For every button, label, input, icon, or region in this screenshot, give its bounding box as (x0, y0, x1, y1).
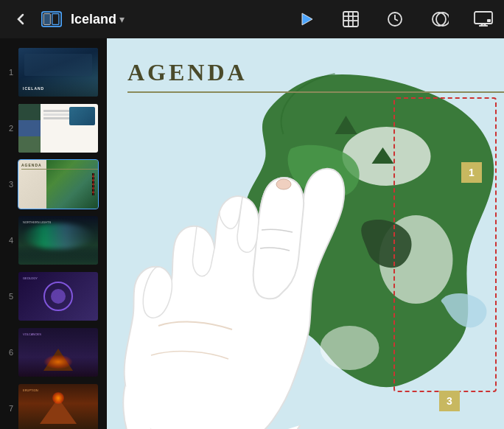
slide-number-6: 6 (4, 348, 13, 357)
main-content: AGENDA 1 3 (107, 38, 504, 429)
slide-item-5[interactable]: 5 GEOLOGY (0, 268, 107, 324)
slide-thumb-2[interactable] (18, 103, 99, 153)
slide-thumb-4[interactable]: NORTHERN LIGHTS (18, 215, 99, 265)
agenda-divider (127, 91, 504, 93)
current-slide[interactable]: AGENDA 1 3 (107, 38, 504, 429)
diagram-inner (51, 289, 66, 304)
volcano-shape-7 (40, 398, 77, 424)
slide2-content (41, 104, 98, 153)
toolbar: Iceland ▾ (0, 0, 504, 38)
display-icon[interactable] (472, 7, 495, 31)
slide-item-4[interactable]: 4 NORTHERN LIGHTS (0, 212, 107, 268)
slide-number-2: 2 (4, 124, 13, 133)
slide-number-4: 4 (4, 236, 13, 245)
slide-thumb-1[interactable]: ICELAND (18, 47, 99, 97)
slide-panel: 1 ICELAND 2 (0, 38, 107, 429)
layers-icon[interactable] (427, 7, 451, 31)
svg-rect-14 (487, 19, 491, 22)
slide6-text: VOLCANOES (23, 332, 41, 337)
svg-rect-2 (52, 14, 59, 25)
play-button[interactable] (295, 7, 318, 31)
aurora-effect (22, 223, 94, 249)
toolbar-right (295, 7, 495, 31)
slide-number-5: 5 (4, 292, 13, 301)
volcano-glow-6 (43, 355, 73, 369)
chevron-down-icon: ▾ (119, 13, 125, 25)
svg-rect-1 (43, 14, 50, 25)
svg-rect-4 (343, 12, 358, 27)
svg-point-11 (436, 13, 449, 26)
map-badge-3: 3 (439, 391, 460, 411)
agenda-header: AGENDA (127, 59, 248, 86)
slide-number-1: 1 (4, 68, 13, 77)
svg-point-10 (433, 13, 446, 26)
slide7-text: ERUPTION (23, 388, 38, 393)
slide-item-7[interactable]: 7 ERUPTION (0, 380, 107, 429)
slide-number-3: 3 (4, 180, 13, 189)
slide-item-1[interactable]: 1 ICELAND (0, 44, 107, 100)
table-icon[interactable] (339, 7, 363, 31)
slide-item-2[interactable]: 2 (0, 100, 107, 156)
slide2-sidebar (18, 104, 41, 153)
presentation-title: Iceland (71, 12, 116, 27)
slides-view-icon[interactable] (40, 7, 63, 31)
slide-item-6[interactable]: 6 VOLCANOES (0, 324, 107, 380)
slide4-text: NORTHERN LIGHTS (23, 220, 51, 225)
slide-item-3[interactable]: 3 AGENDA (0, 156, 107, 212)
svg-marker-3 (302, 13, 312, 25)
slide-thumb-5[interactable]: GEOLOGY (18, 271, 99, 321)
slide-thumb-3[interactable]: AGENDA (18, 159, 99, 209)
svg-point-18 (321, 326, 379, 370)
map-badge-1: 1 (461, 162, 482, 183)
slide-thumb-7[interactable]: ERUPTION (18, 383, 99, 429)
thumb-label-1: ICELAND (23, 86, 44, 91)
slide-number-7: 7 (4, 404, 13, 413)
slide-thumb-6[interactable]: VOLCANOES (18, 327, 99, 377)
slide5-text: GEOLOGY (23, 276, 38, 281)
back-button[interactable] (9, 7, 32, 31)
title-area[interactable]: Iceland ▾ (71, 12, 125, 27)
map-dashed-border (393, 97, 497, 392)
clock-icon[interactable] (383, 7, 407, 31)
